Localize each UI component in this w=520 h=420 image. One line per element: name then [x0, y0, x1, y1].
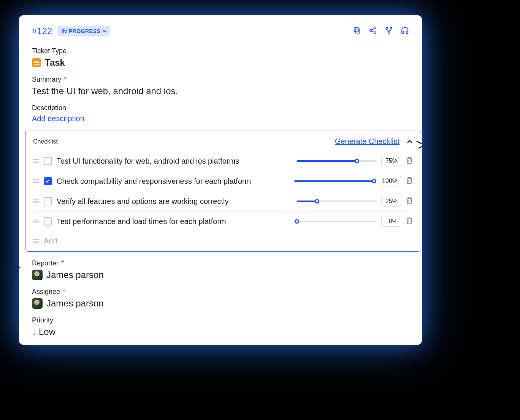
ticket-id[interactable]: #122	[32, 26, 52, 36]
chevron-up-icon[interactable]	[406, 138, 413, 145]
checklist-item-text[interactable]: Check compatibility and responsiveness f…	[57, 177, 290, 186]
progress-percent: 75%	[381, 156, 401, 166]
checklist-item-text[interactable]: Test UI functionality for web, android a…	[57, 157, 292, 166]
headphones-icon[interactable]	[401, 26, 409, 36]
drag-handle-icon[interactable]	[33, 179, 39, 183]
checklist-add-placeholder: Add	[44, 237, 57, 245]
checklist-checkbox[interactable]	[44, 197, 52, 205]
svg-rect-1	[354, 28, 358, 32]
summary-label: Summary *	[32, 76, 409, 84]
summary-value[interactable]: Test the UI for web, android and ios.	[32, 86, 409, 96]
checklist-panel: Checklist Generate Checklist Test UI fun…	[25, 131, 421, 252]
checklist-checkbox[interactable]	[44, 177, 52, 185]
add-description-link[interactable]: Add description	[32, 114, 409, 123]
checklist-item: Verify all features and options are work…	[33, 191, 413, 212]
svg-point-2	[374, 27, 376, 29]
svg-point-3	[370, 29, 372, 32]
share-icon[interactable]	[369, 26, 377, 36]
checklist-checkbox[interactable]	[44, 157, 52, 165]
progress-slider[interactable]	[297, 219, 377, 223]
checklist-item: Test UI functionality for web, android a…	[33, 151, 413, 171]
priority-value[interactable]: ↓ Low	[32, 327, 409, 337]
checklist-item-text[interactable]: Verify all features and options are work…	[57, 197, 292, 206]
drag-handle-icon[interactable]	[33, 219, 39, 223]
checklist-title: Checklist	[33, 138, 58, 145]
ticket-header: #122 IN PROGRESS	[32, 26, 409, 36]
checklist-item-text[interactable]: Test performance and load times for each…	[57, 217, 292, 226]
svg-point-7	[386, 27, 388, 29]
progress-slider[interactable]	[294, 179, 374, 183]
ticket-card: #122 IN PROGRESS	[19, 15, 422, 345]
checklist-add-row[interactable]: Add	[33, 231, 413, 248]
ticket-type-label: Ticket Type	[32, 47, 409, 55]
copy-icon[interactable]	[353, 26, 361, 36]
progress-slider[interactable]	[297, 199, 377, 203]
drag-handle-icon	[33, 239, 39, 243]
ticket-type-text: Task	[45, 57, 65, 68]
checklist-checkbox[interactable]	[44, 217, 52, 226]
status-label: IN PROGRESS	[61, 28, 100, 34]
avatar	[32, 298, 43, 309]
progress-percent: 25%	[381, 196, 401, 207]
progress-slider[interactable]	[297, 159, 377, 163]
assignee-label: Assignee *	[32, 288, 409, 296]
ticket-type-value[interactable]: Task	[32, 57, 409, 68]
trash-icon[interactable]	[406, 177, 413, 186]
svg-line-6	[372, 31, 374, 32]
priority-text: Low	[39, 327, 55, 337]
reporter-value[interactable]: James parson	[32, 270, 409, 280]
drag-handle-icon[interactable]	[33, 159, 39, 163]
svg-point-8	[390, 27, 392, 29]
assignee-value[interactable]: James parson	[32, 298, 409, 309]
progress-percent: 100%	[379, 176, 401, 186]
svg-point-4	[374, 32, 376, 34]
chevron-down-icon	[103, 30, 106, 33]
arrow-down-icon: ↓	[32, 327, 36, 337]
reporter-label: Reporter *	[32, 259, 409, 267]
progress-percent: 0%	[381, 216, 401, 227]
checklist-item: Check compatibility and responsiveness f…	[33, 171, 413, 191]
decorative-scribble-icon	[415, 137, 430, 152]
reporter-name: James parson	[46, 270, 104, 280]
decorative-scribble-icon	[11, 264, 26, 279]
assignee-name: James parson	[46, 298, 104, 309]
generate-checklist-link[interactable]: Generate Checklist	[335, 137, 400, 146]
svg-line-5	[372, 28, 374, 30]
trash-icon[interactable]	[406, 217, 413, 226]
svg-rect-0	[355, 29, 360, 33]
svg-point-9	[388, 32, 390, 33]
branch-icon[interactable]	[385, 26, 393, 36]
trash-icon[interactable]	[406, 156, 413, 166]
avatar	[32, 270, 43, 280]
description-label: Description	[32, 104, 409, 112]
trash-icon[interactable]	[406, 197, 413, 206]
task-type-icon	[32, 58, 41, 67]
checklist-item: Test performance and load times for each…	[33, 212, 413, 231]
priority-label: Priority	[32, 316, 409, 324]
drag-handle-icon[interactable]	[33, 199, 39, 203]
status-dropdown[interactable]: IN PROGRESS	[57, 26, 110, 36]
